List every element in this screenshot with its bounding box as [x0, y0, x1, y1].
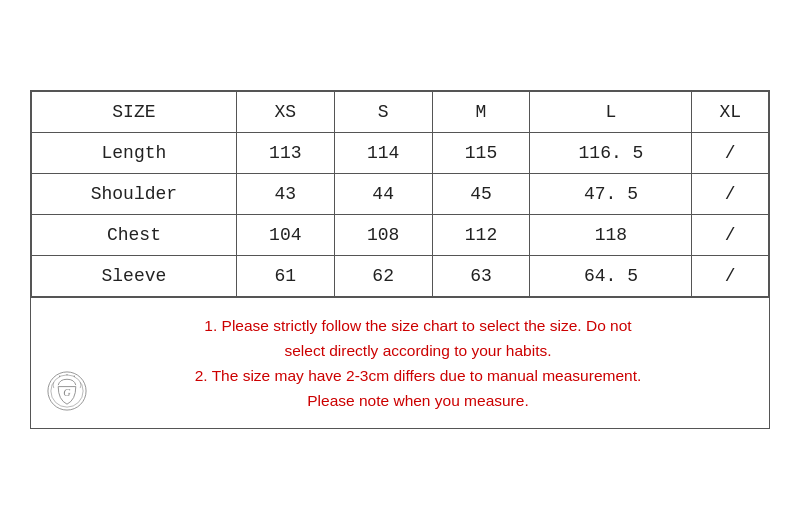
note-line-1: 1. Please strictly follow the size chart…	[91, 314, 745, 339]
table-row: Chest 104 108 112 118 /	[32, 215, 769, 256]
col-size: SIZE	[32, 92, 237, 133]
svg-point-4	[66, 374, 67, 375]
cell-length-s: 114	[334, 133, 432, 174]
size-chart-container: SIZE XS S M L XL Length 113 114 115 116.…	[30, 90, 770, 428]
brand-logo-icon: G	[45, 369, 89, 413]
cell-length-xl: /	[692, 133, 769, 174]
col-m: M	[432, 92, 530, 133]
col-xl: XL	[692, 92, 769, 133]
svg-point-5	[74, 375, 75, 376]
cell-sleeve-xs: 61	[236, 256, 334, 297]
cell-length-xs: 113	[236, 133, 334, 174]
cell-shoulder-xs: 43	[236, 174, 334, 215]
svg-text:G: G	[63, 387, 71, 398]
cell-shoulder-s: 44	[334, 174, 432, 215]
logo-area: G	[45, 369, 89, 418]
cell-shoulder-m: 45	[432, 174, 530, 215]
table-header-row: SIZE XS S M L XL	[32, 92, 769, 133]
col-xs: XS	[236, 92, 334, 133]
cell-sleeve-xl: /	[692, 256, 769, 297]
cell-chest-m: 112	[432, 215, 530, 256]
row-label-length: Length	[32, 133, 237, 174]
size-table: SIZE XS S M L XL Length 113 114 115 116.…	[31, 91, 769, 297]
col-s: S	[334, 92, 432, 133]
svg-point-3	[59, 375, 60, 376]
cell-chest-l: 118	[530, 215, 692, 256]
cell-chest-xl: /	[692, 215, 769, 256]
notes-section: G 1. Please strictly follow the size cha…	[31, 297, 769, 427]
cell-sleeve-l: 64. 5	[530, 256, 692, 297]
cell-sleeve-s: 62	[334, 256, 432, 297]
cell-length-m: 115	[432, 133, 530, 174]
row-label-shoulder: Shoulder	[32, 174, 237, 215]
row-label-sleeve: Sleeve	[32, 256, 237, 297]
table-row: Sleeve 61 62 63 64. 5 /	[32, 256, 769, 297]
note-line-4: Please note when you measure.	[91, 389, 745, 414]
cell-shoulder-l: 47. 5	[530, 174, 692, 215]
note-line-3: 2. The size may have 2-3cm differs due t…	[91, 364, 745, 389]
cell-chest-s: 108	[334, 215, 432, 256]
cell-sleeve-m: 63	[432, 256, 530, 297]
table-row: Length 113 114 115 116. 5 /	[32, 133, 769, 174]
col-l: L	[530, 92, 692, 133]
cell-shoulder-xl: /	[692, 174, 769, 215]
cell-length-l: 116. 5	[530, 133, 692, 174]
note-line-2: select directly according to your habits…	[91, 339, 745, 364]
cell-chest-xs: 104	[236, 215, 334, 256]
table-row: Shoulder 43 44 45 47. 5 /	[32, 174, 769, 215]
row-label-chest: Chest	[32, 215, 237, 256]
